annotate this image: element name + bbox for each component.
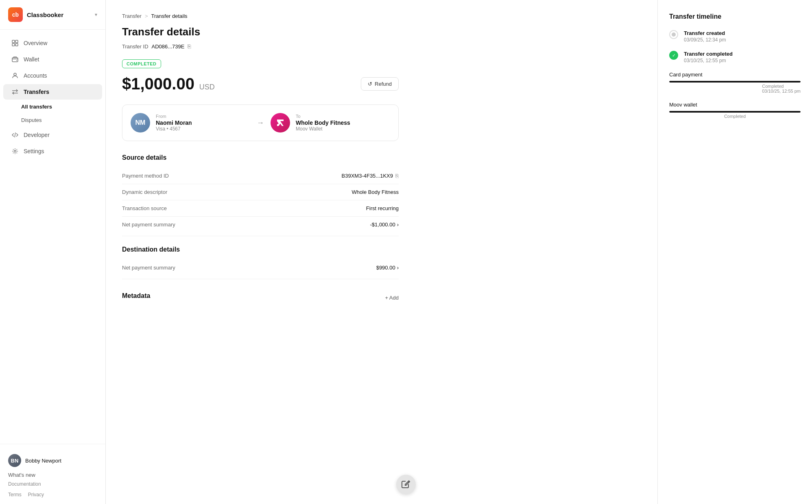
section-divider bbox=[122, 236, 399, 236]
metadata-header: Metadata + Add bbox=[122, 289, 399, 306]
documentation-link[interactable]: Documentation bbox=[8, 480, 97, 489]
user-icon bbox=[11, 72, 19, 79]
transfers-sub-nav: All transfers Disputes bbox=[16, 100, 105, 126]
from-label: From bbox=[156, 114, 192, 119]
fab-button[interactable] bbox=[396, 475, 416, 494]
detail-label: Payment method ID bbox=[122, 173, 169, 179]
refund-button[interactable]: ↺ Refund bbox=[361, 77, 399, 91]
from-details: From Naomi Moran Visa • 4567 bbox=[156, 114, 192, 132]
sidebar-item-disputes[interactable]: Disputes bbox=[16, 114, 102, 126]
avatar: BN bbox=[8, 454, 21, 467]
copy-icon[interactable]: ⎘ bbox=[188, 43, 191, 50]
svg-rect-1 bbox=[15, 40, 18, 43]
refund-icon: ↺ bbox=[368, 81, 372, 87]
sidebar: cb Classbooker ▾ Overview Wallet bbox=[0, 0, 106, 504]
circle-icon bbox=[672, 33, 676, 37]
svg-point-5 bbox=[14, 73, 16, 76]
source-details-section: Source details Payment method ID B39XM3-… bbox=[122, 154, 399, 232]
sidebar-item-settings[interactable]: Settings bbox=[3, 143, 102, 159]
sidebar-item-label: Accounts bbox=[24, 72, 47, 79]
dest-net-payment-link[interactable]: $990.00 › bbox=[376, 265, 399, 271]
timeline-label: Transfer created bbox=[684, 30, 801, 36]
whats-new-link[interactable]: What's new bbox=[8, 470, 97, 480]
terms-link[interactable]: Terms bbox=[8, 492, 22, 497]
from-sub: Visa • 4567 bbox=[156, 126, 192, 132]
timeline-dot-completed: ✓ bbox=[669, 51, 678, 60]
breadcrumb-parent[interactable]: Transfer bbox=[122, 13, 142, 19]
timeline-item-created: Transfer created 03/09/25, 12:34 pm bbox=[669, 30, 801, 43]
metadata-title: Metadata bbox=[122, 292, 150, 300]
net-payment-summary-link[interactable]: -$1,000.00 › bbox=[370, 222, 399, 228]
user-name: Bobby Newport bbox=[25, 458, 61, 464]
to-sub: Moov Wallet bbox=[296, 126, 350, 132]
wallet-icon bbox=[11, 56, 19, 63]
svg-rect-0 bbox=[12, 40, 15, 43]
detail-value: B39XM3-4F35...1KX9 ⎘ bbox=[342, 173, 399, 179]
sidebar-item-all-transfers[interactable]: All transfers bbox=[16, 100, 102, 113]
sidebar-item-label: Transfers bbox=[24, 89, 49, 95]
main-content: Transfer > Transfer details Transfer det… bbox=[106, 0, 657, 504]
svg-rect-3 bbox=[15, 43, 18, 46]
source-details-rows: Payment method ID B39XM3-4F35...1KX9 ⎘ D… bbox=[122, 168, 399, 232]
sidebar-item-label: Wallet bbox=[24, 56, 39, 63]
source-details-title: Source details bbox=[122, 154, 399, 161]
sidebar-item-accounts[interactable]: Accounts bbox=[3, 68, 102, 83]
detail-value: Whole Body Fitness bbox=[351, 189, 399, 195]
sidebar-item-overview[interactable]: Overview bbox=[3, 35, 102, 51]
from-avatar: NM bbox=[131, 113, 150, 133]
app-logo[interactable]: cb Classbooker ▾ bbox=[0, 0, 105, 30]
to-label: To bbox=[296, 114, 350, 119]
sidebar-nav: Overview Wallet Accounts bbox=[0, 30, 105, 444]
destination-details-title: Destination details bbox=[122, 246, 399, 253]
section-divider bbox=[122, 279, 399, 279]
sidebar-item-label: Settings bbox=[24, 148, 44, 154]
copy-icon[interactable]: ⎘ bbox=[395, 173, 399, 179]
progress-bar-track bbox=[669, 81, 801, 83]
transfer-arrow-icon: → bbox=[257, 119, 264, 127]
timeline-title: Transfer timeline bbox=[669, 13, 801, 20]
detail-row: Dynamic descriptor Whole Body Fitness bbox=[122, 184, 399, 200]
card-payment-label: Card payment bbox=[669, 72, 801, 78]
code-icon bbox=[11, 131, 19, 139]
card-payment-section: Card payment Completed 03/10/25, 12:55 p… bbox=[669, 72, 801, 93]
metadata-section: Metadata + Add bbox=[122, 289, 399, 306]
card-payment-status: Completed 03/10/25, 12:55 pm bbox=[762, 84, 801, 93]
destination-details-section: Destination details Net payment summary … bbox=[122, 246, 399, 276]
grid-icon bbox=[11, 39, 19, 47]
breadcrumb-separator: > bbox=[145, 13, 148, 19]
amount-value: $1,000.00 bbox=[122, 75, 194, 93]
sidebar-item-wallet[interactable]: Wallet bbox=[3, 52, 102, 67]
svg-rect-4 bbox=[12, 58, 18, 62]
chevron-right-icon: › bbox=[397, 222, 399, 228]
detail-label: Net payment summary bbox=[122, 265, 175, 271]
svg-rect-2 bbox=[12, 43, 15, 46]
progress-bar-track bbox=[669, 111, 801, 113]
timeline-item-completed: ✓ Transfer completed 03/10/25, 12:55 pm bbox=[669, 51, 801, 63]
timeline-label: Transfer completed bbox=[684, 51, 801, 57]
breadcrumb: Transfer > Transfer details bbox=[122, 13, 399, 19]
progress-bar-fill bbox=[669, 111, 801, 113]
to-details: To Whole Body Fitness Moov Wallet bbox=[296, 114, 350, 132]
chevron-down-icon: ▾ bbox=[95, 12, 97, 17]
breadcrumb-current: Transfer details bbox=[151, 13, 188, 19]
detail-row: Payment method ID B39XM3-4F35...1KX9 ⎘ bbox=[122, 168, 399, 184]
detail-label: Dynamic descriptor bbox=[122, 189, 167, 195]
user-profile[interactable]: BN Bobby Newport bbox=[8, 451, 97, 470]
from-name: Naomi Moran bbox=[156, 119, 192, 126]
to-endpoint: To Whole Body Fitness Moov Wallet bbox=[271, 113, 390, 133]
privacy-link[interactable]: Privacy bbox=[28, 492, 44, 497]
transfer-id-row: Transfer ID AD086...739E ⎘ bbox=[122, 43, 399, 50]
transfer-id-value: AD086...739E bbox=[152, 43, 185, 50]
logo-icon: cb bbox=[8, 7, 23, 22]
transfers-icon bbox=[11, 88, 19, 96]
sidebar-item-developer[interactable]: Developer bbox=[3, 127, 102, 143]
destination-details-rows: Net payment summary $990.00 › bbox=[122, 260, 399, 276]
transfer-card: NM From Naomi Moran Visa • 4567 → To Who… bbox=[122, 104, 399, 141]
footer-links: Terms Privacy bbox=[8, 489, 97, 497]
to-avatar bbox=[271, 113, 290, 133]
add-metadata-button[interactable]: + Add bbox=[385, 295, 399, 301]
amount-row: $1,000.00 USD ↺ Refund bbox=[122, 75, 399, 93]
sidebar-item-transfers[interactable]: Transfers bbox=[3, 84, 102, 100]
gear-icon bbox=[11, 148, 19, 155]
moov-wallet-status: Completed bbox=[724, 114, 746, 119]
